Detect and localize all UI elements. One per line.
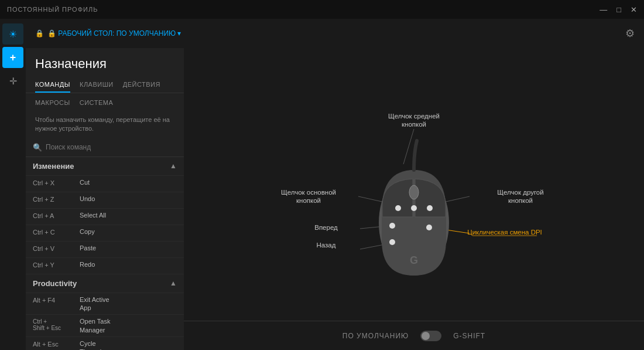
search-input[interactable] <box>46 143 177 151</box>
cmd-keys: Ctrl + Y <box>33 260 80 269</box>
cmd-keys: Ctrl + A <box>33 211 80 219</box>
search-row: 🔍 <box>26 138 184 157</box>
section-commands-edit: Ctrl + X Cut Ctrl + Z Undo Ctrl + A Sele… <box>26 176 184 274</box>
assignments-button[interactable]: + <box>2 47 23 68</box>
list-item: Ctrl + A Select All <box>26 209 184 225</box>
svg-point-8 <box>409 185 419 199</box>
sun-icon: ☀ <box>9 29 17 40</box>
header: 🔒 🔒 РАБОЧИЙ СТОЛ: По умолчанию ▾ ⚙ <box>26 19 644 48</box>
list-item: Ctrl + V Paste <box>26 242 184 258</box>
cmd-label: Paste <box>80 244 96 252</box>
list-item: Ctrl + Z Undo <box>26 192 184 209</box>
section-title-productivity: Productivity <box>33 279 77 288</box>
cmd-label: CycleThroughApps <box>80 339 104 350</box>
tab-actions[interactable]: ДЕЙСТВИЯ <box>123 77 160 93</box>
svg-text:кнопкой: кнопкой <box>508 197 533 204</box>
instruction-text: Чтобы назначить команду, перетащите её н… <box>26 111 184 138</box>
svg-text:кнопкой: кнопкой <box>402 121 426 128</box>
tabs-row: КОМАНДЫ КЛАВИШИ ДЕЙСТВИЯ <box>26 77 184 93</box>
svg-point-10 <box>427 205 433 211</box>
svg-text:Назад: Назад <box>317 242 336 249</box>
search-icon: 🔍 <box>33 143 42 152</box>
svg-text:Щелчок средней: Щелчок средней <box>388 113 440 120</box>
cmd-keys: Alt + Esc <box>33 339 80 348</box>
cmd-label: Select All <box>80 211 106 219</box>
svg-text:G: G <box>410 254 418 266</box>
cmd-keys: Ctrl +Shift + Esc <box>33 317 80 331</box>
toggle-knob <box>422 332 430 340</box>
svg-point-11 <box>411 205 417 211</box>
plus-icon: + <box>10 52 16 64</box>
title-bar-controls: — □ ✕ <box>600 6 637 13</box>
chevron-icon-productivity: ▲ <box>170 279 177 287</box>
tab-macros[interactable]: МАКРОСЫ <box>35 97 70 108</box>
cmd-label: Undo <box>80 195 95 203</box>
section-header-edit[interactable]: Изменение ▲ <box>26 157 184 176</box>
cmd-keys: Alt + F4 <box>33 295 80 304</box>
title-bar: ПОСТОЯННЫЙ ПРОФИЛЬ — □ ✕ <box>0 0 644 19</box>
svg-text:Щелчок другой: Щелчок другой <box>497 189 543 196</box>
svg-point-14 <box>426 225 432 230</box>
lighting-button[interactable]: ☀ <box>2 23 23 45</box>
bottom-bar: ПО УМОЛЧАНИЮ G-SHIFT <box>184 321 644 350</box>
maximize-button[interactable]: □ <box>616 6 621 13</box>
section-commands-productivity: Alt + F4 Exit ActiveApp Ctrl +Shift + Es… <box>26 293 184 350</box>
mouse-diagram-svg: G Щелчок средней кнопкой Щелчок основной… <box>273 94 554 305</box>
svg-text:кнопкой: кнопкой <box>296 197 321 204</box>
mouse-diagram: G Щелчок средней кнопкой Щелчок основной… <box>273 88 554 311</box>
cmd-label: Copy <box>80 227 95 236</box>
list-item: Ctrl + Y Redo <box>26 258 184 274</box>
list-item: Ctrl +Shift + Esc Open TaskManager <box>26 315 184 337</box>
title-bar-left: ПОСТОЯННЫЙ ПРОФИЛЬ <box>7 6 98 13</box>
profile-selector[interactable]: 🔒 🔒 РАБОЧИЙ СТОЛ: По умолчанию ▾ <box>35 29 181 38</box>
section-title-edit: Изменение <box>33 162 74 171</box>
icon-bar: ☀ + ✛ <box>0 19 26 350</box>
tab-keys[interactable]: КЛАВИШИ <box>80 77 114 93</box>
svg-point-9 <box>395 205 401 211</box>
list-item: Ctrl + X Cut <box>26 176 184 192</box>
cmd-keys: Ctrl + Z <box>33 195 80 203</box>
toggle-switch[interactable] <box>420 331 441 341</box>
settings-icon[interactable]: ⚙ <box>625 27 635 40</box>
chevron-icon-edit: ▲ <box>170 162 177 170</box>
bottom-label-left: ПО УМОЛЧАНИЮ <box>342 332 409 340</box>
minimize-button[interactable]: — <box>600 6 607 13</box>
cmd-label: Redo <box>80 260 95 269</box>
svg-line-2 <box>443 196 470 202</box>
tabs-row2: МАКРОСЫ СИСТЕМА <box>26 94 184 111</box>
section-header-productivity[interactable]: Productivity ▲ <box>26 274 184 293</box>
list-item: Ctrl + C Copy <box>26 225 184 242</box>
tab-system[interactable]: СИСТЕМА <box>80 97 114 108</box>
svg-text:Вперед: Вперед <box>314 224 338 231</box>
svg-text:Щелчок основной: Щелчок основной <box>281 189 336 196</box>
panel-title: Назначения <box>26 48 184 77</box>
app-title: ПОСТОЯННЫЙ ПРОФИЛЬ <box>7 6 98 13</box>
svg-point-13 <box>389 239 395 245</box>
cmd-keys: Ctrl + C <box>33 227 80 236</box>
cmd-label: Open TaskManager <box>80 317 110 334</box>
main-area: G Щелчок средней кнопкой Щелчок основной… <box>184 48 644 350</box>
bottom-label-right: G-SHIFT <box>453 332 485 340</box>
svg-line-0 <box>403 129 414 164</box>
close-button[interactable]: ✕ <box>631 6 637 13</box>
list-item: Alt + Esc CycleThroughApps <box>26 337 184 350</box>
lock-icon: 🔒 <box>35 29 44 38</box>
svg-text:Циклическая смена DPI: Циклическая смена DPI <box>467 229 542 236</box>
cmd-label: Exit ActiveApp <box>80 295 109 312</box>
svg-point-12 <box>389 223 395 229</box>
list-item: Alt + F4 Exit ActiveApp <box>26 293 184 315</box>
cmd-keys: Ctrl + X <box>33 178 80 186</box>
dpi-button[interactable]: ✛ <box>2 70 23 91</box>
cmd-keys: Ctrl + V <box>33 244 80 252</box>
profile-name[interactable]: 🔒 РАБОЧИЙ СТОЛ: По умолчанию ▾ <box>47 29 181 38</box>
svg-line-1 <box>358 196 385 202</box>
crosshair-icon: ✛ <box>9 76 17 87</box>
left-panel: Назначения КОМАНДЫ КЛАВИШИ ДЕЙСТВИЯ МАКР… <box>26 48 184 350</box>
cmd-label: Cut <box>80 178 90 186</box>
tab-commands[interactable]: КОМАНДЫ <box>35 77 70 93</box>
